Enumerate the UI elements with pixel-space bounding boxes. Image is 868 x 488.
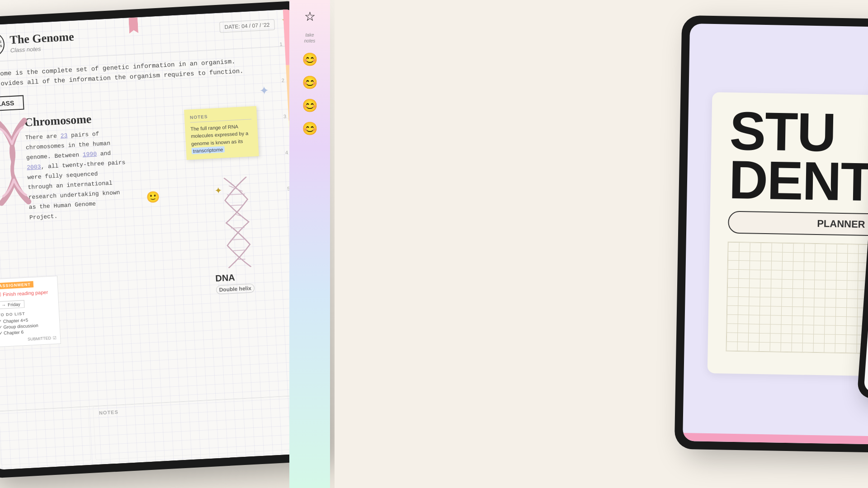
sticker-smiley-3: 😊 — [302, 98, 318, 113]
student-text-wrap: STU DENT ✦ — [728, 106, 868, 206]
logo-circle: STUDY TIME FULL NOTES — [0, 32, 5, 58]
sticky-note: NOTES The full range of RNA molecules ex… — [184, 106, 259, 160]
svg-line-7 — [238, 259, 245, 259]
right-tablet-main-screen: STU DENT ✦ PLANNER — [683, 23, 868, 446]
bottom-right-box: NOTES — [93, 396, 299, 460]
planner-credit: BY @WILDBERRYPLANN — [726, 355, 868, 364]
assignment-item: ☐ Finish reading paper — [0, 289, 54, 298]
right-area: STU DENT ✦ PLANNER — [335, 0, 868, 488]
logo-text: STUDY TIME FULL NOTES — [0, 40, 2, 49]
pink-bottom-accent — [683, 433, 868, 446]
assignment-box: ASSIGNMENT ☐ Finish reading paper → Frid… — [0, 276, 61, 347]
genome-intro: A genome is the complete set of genetic … — [0, 54, 291, 90]
svg-line-6 — [232, 250, 246, 251]
sticker-take-notes: takenotes — [301, 32, 319, 44]
sticker-star: ☆ — [304, 9, 316, 24]
planner-badge-wrap: PLANNER — [728, 211, 868, 238]
planner-card: STU DENT ✦ PLANNER — [708, 92, 868, 378]
svg-line-5 — [231, 239, 246, 240]
sticker-smiley-4: 😊 — [302, 121, 318, 136]
chromosome-area: Chromosome There are 23 pairs of chromos… — [0, 102, 299, 244]
todo-section: TO DO LIST ✓ Chapter 4+5 ✓ Group discuss… — [0, 310, 57, 336]
left-tablet-screen: STUDY TIME FULL NOTES The Genome Class n… — [0, 9, 320, 470]
dna-label: DNA Double helix — [215, 271, 255, 294]
note-title-area: The Genome Class notes — [9, 30, 75, 54]
note-body: A genome is the complete set of genetic … — [0, 46, 308, 252]
submitted-row: SUBMITTED ☑ — [0, 336, 57, 343]
planner-grid — [726, 242, 868, 356]
student-title: STU DENT — [728, 106, 868, 206]
assignment-day: → Friday — [0, 300, 24, 309]
sticker-smiley-2: 😊 — [302, 75, 318, 90]
left-tablet: STUDY TIME FULL NOTES The Genome Class n… — [0, 0, 328, 479]
right-tablet-main: STU DENT ✦ PLANNER — [675, 15, 868, 455]
assignment-label: ASSIGNMENT — [0, 281, 33, 289]
svg-line-0 — [229, 185, 243, 192]
sticky-note-content: The full range of RNA molecules expresse… — [190, 122, 253, 155]
svg-line-2 — [230, 205, 243, 206]
sparkle-icon: ✦ — [214, 185, 222, 196]
bottom-notes: NOTES — [0, 395, 299, 465]
class-button[interactable]: CLASS — [0, 95, 24, 112]
sticker-smiley-1: 😊 — [302, 52, 318, 67]
smiley-icon: 🙂 — [146, 190, 160, 204]
bottom-notes-label: NOTES — [99, 409, 118, 416]
bottom-left-box — [0, 407, 91, 465]
star-sticker: ✦ — [259, 84, 269, 98]
planner-badge: PLANNER — [728, 211, 868, 238]
sticker-strip: ☆ takenotes 😊 😊 😊 😊 — [289, 0, 330, 488]
sticky-note-header: NOTES — [190, 111, 252, 122]
note-date: DATE: 04 / 07 / '22 — [219, 19, 275, 33]
chromosome-illustration — [0, 116, 33, 208]
